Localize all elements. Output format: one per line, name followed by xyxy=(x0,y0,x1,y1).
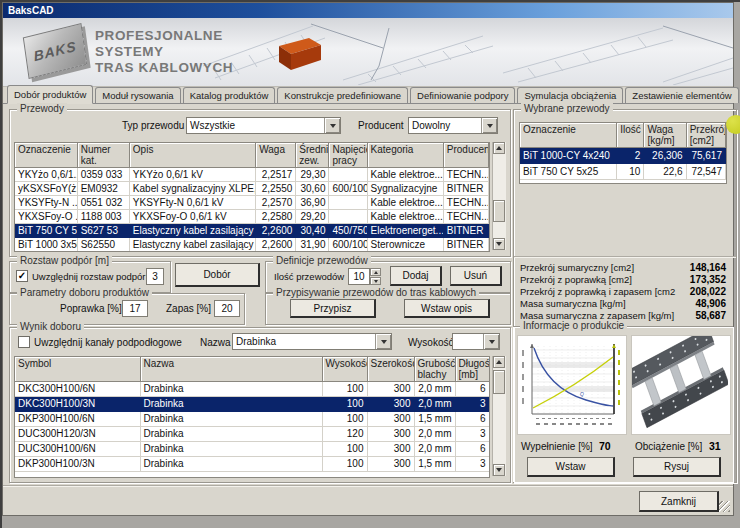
kanaly-checkbox[interactable] xyxy=(18,336,30,348)
wynik-scrollbar[interactable] xyxy=(492,356,506,476)
table-cell: 30,40 xyxy=(296,224,329,238)
table-cell: Drabinka xyxy=(140,382,322,397)
column-header[interactable]: Opis xyxy=(129,143,255,168)
dodaj-button[interactable]: Dodaj xyxy=(390,266,442,286)
rozstaw-checkbox[interactable]: ✓ xyxy=(16,270,28,282)
scroll-down-icon[interactable] xyxy=(493,464,505,476)
przewody-scrollbar[interactable] xyxy=(492,142,506,250)
ilosc-przewodow-stepper[interactable] xyxy=(370,268,381,285)
nazwa-select[interactable]: Drabinka xyxy=(232,333,392,350)
column-header[interactable]: Waga xyxy=(256,143,296,168)
dobor-button[interactable]: Dobór xyxy=(175,263,260,287)
table-row[interactable]: DKC300H100/6NDrabinka1003002,0 mm6 xyxy=(15,382,489,397)
table-row[interactable]: DKC300H100/3NDrabinka1003002,0 mm3 xyxy=(15,397,489,412)
tab-symulacja-obciazenia[interactable]: Symulacja obciążenia xyxy=(517,87,623,103)
table-cell: 2,2600 xyxy=(256,224,296,238)
table-row[interactable]: YKYżo 0,6/1...0359 033YKYżo 0,6/1 kV2,25… xyxy=(15,168,489,182)
column-header[interactable]: Nazwa xyxy=(140,357,322,382)
table-row[interactable]: YKXSFoy-O ...1188 003YKXSFoy-O 0,6/1 kV2… xyxy=(15,210,489,224)
tab-katalog-produktow[interactable]: Katalog produktów xyxy=(183,87,276,103)
tab-dobor-produktow[interactable]: Dobór produktów xyxy=(7,85,93,104)
column-header[interactable]: Napięcie pracy xyxy=(329,143,367,168)
chevron-down-icon[interactable] xyxy=(483,334,499,349)
resize-grip-icon[interactable] xyxy=(719,501,730,512)
producent-select[interactable]: Dowolny xyxy=(408,117,498,134)
table-cell: EM0932 xyxy=(77,182,129,196)
column-header[interactable]: Oznaczenie xyxy=(520,123,617,148)
tab-konstrukcje-predefiniowane[interactable]: Konstrukcje predefiniowane xyxy=(277,87,408,103)
przypisz-button[interactable]: Przypisz xyxy=(290,299,376,318)
stat-label: Masa sumaryczna [kg/m] xyxy=(520,298,626,309)
scroll-up-icon[interactable] xyxy=(493,356,505,368)
column-header[interactable]: Ilość xyxy=(617,123,644,148)
scrollbar-thumb[interactable] xyxy=(493,370,505,394)
tab-definiowanie-podpory[interactable]: Definiowanie podpory xyxy=(410,87,515,103)
informacje-legend: Informacje o produkcie xyxy=(520,320,627,331)
table-cell: 72,547 xyxy=(686,164,725,180)
chevron-down-icon[interactable] xyxy=(324,118,340,133)
scrollbar-thumb[interactable] xyxy=(493,200,505,222)
wysokosc-select[interactable] xyxy=(452,333,500,350)
window-title-bar[interactable]: BaksCAD xyxy=(3,3,733,18)
tab-zestawienie-elementow[interactable]: Zestawienie elementów xyxy=(625,87,738,103)
stat-label: Przekrój sumaryczny [cm2] xyxy=(520,262,634,273)
table-row[interactable]: DKP300H100/6NDrabinka1003001,5 mm6 xyxy=(15,412,489,427)
table-row[interactable]: BiT 1000 3x50S62550Elastyczny kabel zasi… xyxy=(15,238,489,252)
table-cell: BiT 750 CY 5... xyxy=(15,224,77,238)
column-header[interactable]: Producent xyxy=(443,143,488,168)
spinner-down-icon[interactable] xyxy=(370,277,381,285)
zamknij-button[interactable]: Zamknij xyxy=(639,491,719,512)
table-cell: YKYżo 0,6/1 kV xyxy=(129,168,255,182)
column-header[interactable]: Długość [mb] xyxy=(455,357,489,382)
column-header[interactable]: Symbol xyxy=(15,357,140,382)
table-row[interactable]: yKSXSFoY(ż...EM0932Kabel sygnalizacyjny … xyxy=(15,182,489,196)
table-cell: YKXSFoy-O 0,6/1 kV xyxy=(129,210,255,224)
stat-value: 208,022 xyxy=(690,286,726,297)
column-header[interactable]: Średnica zew. xyxy=(296,143,329,168)
column-header[interactable]: Szerokość xyxy=(367,357,414,382)
table-cell: 2,2570 xyxy=(256,196,296,210)
column-header[interactable]: Kategoria xyxy=(367,143,443,168)
zapas-field[interactable] xyxy=(214,300,240,317)
chevron-down-icon[interactable] xyxy=(481,118,497,133)
table-cell: 450/750 xyxy=(329,224,367,238)
table-cell: TECHN... xyxy=(443,196,488,210)
table-row[interactable]: DUC300H100/6NDrabinka1003002,0 mm6 xyxy=(15,442,489,457)
spinner-up-icon[interactable] xyxy=(370,268,381,276)
chevron-down-icon[interactable] xyxy=(375,334,391,349)
table-cell: 100 xyxy=(322,457,367,472)
ilosc-przewodow-field[interactable] xyxy=(348,268,370,285)
table-row[interactable]: BiT 1000-CY 4x240226,30675,617 xyxy=(520,148,726,164)
table-cell: BiT 1000-CY 4x240 xyxy=(520,148,617,164)
table-cell: 2,0 mm xyxy=(414,397,455,412)
product-chart: Q xyxy=(517,335,627,435)
table-row[interactable]: BiT 750 CY 5x251022,672,547 xyxy=(520,164,726,180)
wstaw-opis-button[interactable]: Wstaw opis xyxy=(404,299,490,318)
stat-row: Przekrój z poprawką i zapasem [cm2 208,0… xyxy=(520,286,726,298)
column-header[interactable]: Grubość blachy xyxy=(414,357,455,382)
typ-przewodu-select[interactable]: Wszystkie xyxy=(186,117,341,134)
scroll-up-icon[interactable] xyxy=(493,142,505,154)
rozstaw-value-field[interactable] xyxy=(146,268,164,285)
rysuj-button[interactable]: Rysuj xyxy=(633,457,721,477)
table-cell: S62550 xyxy=(77,238,129,252)
column-header[interactable]: Wysokość xyxy=(322,357,367,382)
table-row[interactable]: YKSYFty-N ...0551 032YKSYFty-N 0,6/1 kV2… xyxy=(15,196,489,210)
column-header[interactable]: Waga [kg/m] xyxy=(644,123,686,148)
tab-modul-rysowania[interactable]: Moduł rysowania xyxy=(95,87,180,103)
table-cell: 3 xyxy=(455,427,489,442)
table-cell xyxy=(329,210,367,224)
table-row[interactable]: DUC300H120/3NDrabinka1203002,0 mm3 xyxy=(15,427,489,442)
przypisywanie-group: Przypisywanie przewodów do tras kablowyc… xyxy=(265,293,511,325)
usun-button[interactable]: Usuń xyxy=(450,266,502,286)
wstaw-button[interactable]: Wstaw xyxy=(527,457,615,477)
column-header[interactable]: Przekrój [cm2] xyxy=(686,123,725,148)
table-row[interactable]: DKP300H100/3NDrabinka1003001,5 mm3 xyxy=(15,457,489,472)
poprawka-field[interactable] xyxy=(122,300,148,317)
column-header[interactable]: Oznaczenie xyxy=(15,143,77,168)
table-cell: TECHN... xyxy=(443,210,488,224)
table-row[interactable]: BiT 750 CY 5...S627 53Elastyczny kabel z… xyxy=(15,224,489,238)
scroll-down-icon[interactable] xyxy=(493,238,505,250)
combo-value: Wszystkie xyxy=(187,118,324,133)
column-header[interactable]: Numer kat. xyxy=(77,143,129,168)
